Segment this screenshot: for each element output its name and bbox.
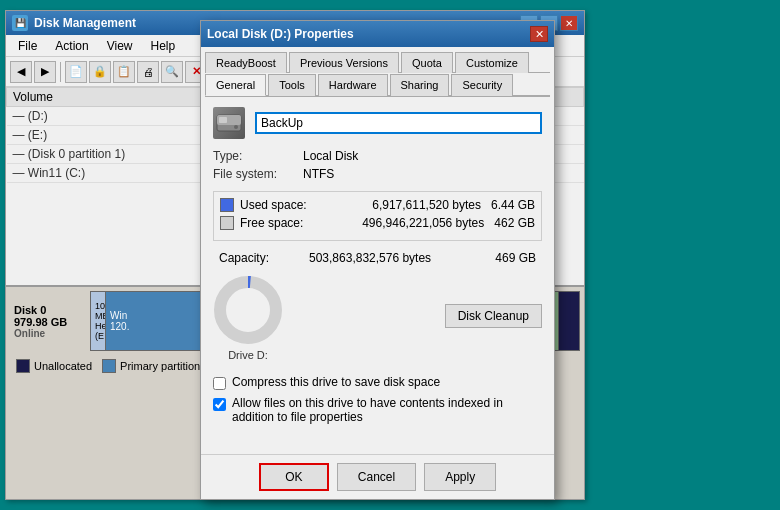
disk-0-name: Disk 0	[14, 304, 86, 316]
tabs-container: ReadyBoost Previous Versions Quota Custo…	[201, 47, 554, 97]
compress-checkbox[interactable]	[213, 377, 226, 390]
fs-label: File system:	[213, 167, 303, 181]
partition-system-label: 100 MBHealthy (E	[95, 301, 106, 341]
capacity-row: Capacity: 503,863,832,576 bytes 469 GB	[213, 251, 542, 265]
capacity-gb: 469 GB	[495, 251, 536, 265]
tab-sharing[interactable]: Sharing	[390, 74, 450, 96]
tabs-row-2: General Tools Hardware Sharing Security	[205, 73, 550, 97]
back-button[interactable]: ◀	[10, 61, 32, 83]
partition-system[interactable]: 100 MBHealthy (E	[91, 292, 106, 350]
ok-button[interactable]: OK	[259, 463, 329, 491]
props-title: Local Disk (D:) Properties	[207, 27, 354, 41]
drive-label: Drive D:	[228, 349, 268, 361]
partition-win11-label: Win120.	[110, 310, 129, 332]
menu-view[interactable]: View	[99, 37, 141, 55]
tabs-row-1: ReadyBoost Previous Versions Quota Custo…	[205, 51, 550, 73]
menu-action[interactable]: Action	[47, 37, 96, 55]
disk-0-status: Online	[14, 328, 86, 339]
fs-value: NTFS	[303, 167, 334, 181]
apply-button[interactable]: Apply	[424, 463, 496, 491]
drive-name-input[interactable]	[255, 112, 542, 134]
dialog-content: Type: Local Disk File system: NTFS Used …	[201, 97, 554, 444]
legend-primary: Primary partition	[102, 359, 200, 373]
tab-general[interactable]: General	[205, 74, 266, 96]
tab-tools[interactable]: Tools	[268, 74, 316, 96]
svg-point-3	[234, 125, 238, 129]
free-space-bytes: 496,946,221,056 bytes	[362, 216, 484, 230]
free-space-row: Free space: 496,946,221,056 bytes 462 GB	[220, 216, 535, 230]
disk-cleanup-area: Disk Cleanup	[445, 304, 542, 328]
tab-quota[interactable]: Quota	[401, 52, 453, 73]
donut-chart	[213, 275, 283, 345]
compress-label: Compress this drive to save disk space	[232, 375, 440, 389]
disk-cleanup-button[interactable]: Disk Cleanup	[445, 304, 542, 328]
forward-button[interactable]: ▶	[34, 61, 56, 83]
capacity-bytes: 503,863,832,576 bytes	[309, 251, 495, 265]
tab-security[interactable]: Security	[451, 74, 513, 96]
props-titlebar: Local Disk (D:) Properties ✕	[201, 21, 554, 47]
toolbar-btn-3[interactable]: 📋	[113, 61, 135, 83]
space-section: Used space: 6,917,611,520 bytes 6.44 GB …	[213, 191, 542, 241]
free-space-gb: 462 GB	[494, 216, 535, 230]
type-label: Type:	[213, 149, 303, 163]
legend-primary-box	[102, 359, 116, 373]
disk-mgmt-icon: 💾	[12, 15, 28, 31]
used-space-gb: 6.44 GB	[491, 198, 535, 212]
drive-icon	[213, 107, 245, 139]
capacity-label: Capacity:	[219, 251, 309, 265]
info-section: Type: Local Disk File system: NTFS	[213, 149, 542, 181]
tab-hardware[interactable]: Hardware	[318, 74, 388, 96]
cancel-button[interactable]: Cancel	[337, 463, 416, 491]
props-close-button[interactable]: ✕	[530, 26, 548, 42]
legend-primary-label: Primary partition	[120, 360, 200, 372]
index-label: Allow files on this drive to have conten…	[232, 396, 542, 424]
menu-file[interactable]: File	[10, 37, 45, 55]
free-space-label: Free space:	[240, 216, 362, 230]
svg-rect-2	[219, 117, 227, 123]
properties-dialog: Local Disk (D:) Properties ✕ ReadyBoost …	[200, 20, 555, 500]
disk-mgmt-title: Disk Management	[34, 16, 136, 30]
dialog-buttons: OK Cancel Apply	[201, 454, 554, 499]
toolbar-sep-1	[60, 62, 61, 82]
index-row: Allow files on this drive to have conten…	[213, 396, 542, 424]
legend-unalloc-label: Unallocated	[34, 360, 92, 372]
used-space-bytes: 6,917,611,520 bytes	[372, 198, 481, 212]
fs-row: File system: NTFS	[213, 167, 542, 181]
legend-unalloc-box	[16, 359, 30, 373]
tab-readyboost[interactable]: ReadyBoost	[205, 52, 287, 73]
free-space-color	[220, 216, 234, 230]
type-value: Local Disk	[303, 149, 358, 163]
used-space-row: Used space: 6,917,611,520 bytes 6.44 GB	[220, 198, 535, 212]
tab-previous-versions[interactable]: Previous Versions	[289, 52, 399, 73]
used-space-label: Used space:	[240, 198, 372, 212]
partition-unalloc[interactable]	[559, 292, 579, 350]
toolbar-btn-5[interactable]: 🔍	[161, 61, 183, 83]
type-row: Type: Local Disk	[213, 149, 542, 163]
menu-help[interactable]: Help	[143, 37, 184, 55]
used-space-color	[220, 198, 234, 212]
close-button[interactable]: ✕	[560, 15, 578, 31]
toolbar-btn-2[interactable]: 🔒	[89, 61, 111, 83]
compress-row: Compress this drive to save disk space	[213, 375, 542, 390]
tab-customize[interactable]: Customize	[455, 52, 529, 73]
toolbar-btn-1[interactable]: 📄	[65, 61, 87, 83]
svg-point-4	[220, 282, 276, 338]
legend-unalloc: Unallocated	[16, 359, 92, 373]
disk-0-size: 979.98 GB	[14, 316, 86, 328]
drive-header	[213, 107, 542, 139]
index-checkbox[interactable]	[213, 398, 226, 411]
donut-container: Drive D:	[213, 275, 283, 361]
disk-0-label: Disk 0 979.98 GB Online	[10, 300, 90, 343]
toolbar-btn-4[interactable]: 🖨	[137, 61, 159, 83]
checkbox-section: Compress this drive to save disk space A…	[213, 375, 542, 424]
